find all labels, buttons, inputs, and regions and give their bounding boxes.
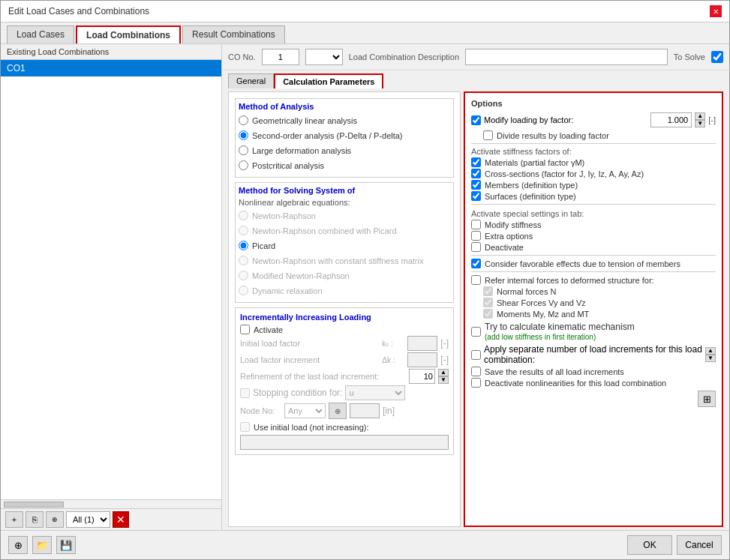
tab-result-combinations[interactable]: Result Combinations <box>182 25 285 43</box>
dynamic-relaxation-radio[interactable] <box>239 286 248 295</box>
materials-checkbox[interactable] <box>471 157 481 167</box>
modify-stiffness-checkbox[interactable] <box>471 220 481 229</box>
modify-down-btn[interactable]: ▼ <box>695 120 705 127</box>
activate-label: Activate <box>254 325 283 334</box>
deactivate-option: Deactivate <box>471 242 716 252</box>
moments-checkbox[interactable] <box>483 309 493 319</box>
picard-radio[interactable] <box>239 241 248 250</box>
geometrically-linear-radio[interactable] <box>239 115 248 125</box>
load-factor-input[interactable] <box>407 352 437 367</box>
members-label: Members (definition type) <box>485 181 578 190</box>
nonlinear-title: Nonlinear algebraic equations: <box>239 198 450 207</box>
main-content: Existing Load Combinations CO1 + ⎘ ⊕ All… <box>1 44 729 530</box>
divide-option: Divide results by loading factor <box>483 130 716 140</box>
cross-sections-checkbox[interactable] <box>471 169 481 178</box>
refer-option: Refer internal forces to deformed struct… <box>471 275 716 285</box>
horizontal-scrollbar[interactable] <box>4 502 64 508</box>
refinement-input[interactable] <box>409 369 435 384</box>
extra-options-option: Extra options <box>471 231 716 241</box>
apply-separate-checkbox[interactable] <box>471 350 481 360</box>
refinement-down-btn[interactable]: ▼ <box>438 376 449 384</box>
refinement-label: Refinement of the last load increment: <box>240 372 406 381</box>
modified-newton-radio[interactable] <box>239 271 248 280</box>
load-factor-symbol: Δk : <box>382 356 404 364</box>
apply-up-btn[interactable]: ▲ <box>705 347 716 355</box>
bottom-btn-3[interactable]: 💾 <box>56 536 76 554</box>
deactivate-nonlinearities-checkbox[interactable] <box>471 378 481 388</box>
main-window: Edit Load Cases and Combinations ✕ Load … <box>0 0 730 560</box>
load-factor-row: Load factor increment Δk : [-] <box>240 352 449 367</box>
divide-checkbox[interactable] <box>483 130 493 140</box>
moments-option: Moments My, Mz and MT <box>483 309 716 319</box>
stopping-checkbox[interactable] <box>240 388 250 398</box>
ok-button[interactable]: OK <box>627 535 672 555</box>
list-item[interactable]: CO1 <box>1 60 221 76</box>
use-initial-checkbox[interactable] <box>240 422 250 432</box>
node-pick-btn[interactable]: ⊕ <box>329 403 347 419</box>
bottom-btn-1[interactable]: ⊕ <box>8 536 28 554</box>
ref-button[interactable]: ⊕ <box>46 511 64 528</box>
description-label: Load Combination Description <box>349 52 459 61</box>
modify-up-btn[interactable]: ▲ <box>695 112 705 120</box>
export-button[interactable]: ⊞ <box>698 391 716 407</box>
apply-down-btn[interactable]: ▼ <box>705 355 716 362</box>
co-header: CO No. 1 Load Combination Description To… <box>222 44 729 70</box>
filter-select[interactable]: All (1) <box>66 511 110 528</box>
kinematic-checkbox[interactable] <box>471 327 481 337</box>
delete-button[interactable]: ✕ <box>113 511 129 528</box>
surfaces-checkbox[interactable] <box>471 191 481 201</box>
deactivate-checkbox[interactable] <box>471 242 481 252</box>
close-button[interactable]: ✕ <box>710 5 722 17</box>
node-select[interactable]: Any <box>284 403 326 418</box>
newton-picard-radio[interactable] <box>239 226 248 235</box>
co-number-input[interactable]: 1 <box>262 49 299 65</box>
radio-newton-raphson: Newton-Raphson <box>239 209 450 222</box>
description-input[interactable] <box>465 49 668 65</box>
postcritical-radio[interactable] <box>239 160 248 170</box>
co-type-select[interactable] <box>305 49 343 65</box>
load-factor-unit: [-] <box>440 355 449 365</box>
normal-forces-checkbox[interactable] <box>483 286 493 296</box>
node-row: Node No: Any ⊕ [in] <box>240 403 449 419</box>
cancel-button[interactable]: Cancel <box>677 535 722 555</box>
kinematic-label: Try to calculate kinematic mechanism (ad… <box>485 322 635 341</box>
tab-general[interactable]: General <box>228 73 274 88</box>
activate-checkbox[interactable] <box>240 325 250 334</box>
members-checkbox[interactable] <box>471 180 481 190</box>
tab-load-combinations[interactable]: Load Combinations <box>76 25 181 43</box>
add-button[interactable]: + <box>5 511 23 528</box>
radio-second-order: Second-order analysis (P-Delta / P-delta… <box>239 129 450 142</box>
geometrically-linear-label: Geometrically linear analysis <box>252 116 357 125</box>
large-deformation-radio[interactable] <box>239 145 248 155</box>
radio-geometrically-linear: Geometrically linear analysis <box>239 114 450 127</box>
radio-picard: Picard <box>239 239 450 252</box>
newton-raphson-radio[interactable] <box>239 211 248 220</box>
node-value-input[interactable] <box>350 403 380 418</box>
modify-checkbox[interactable] <box>471 115 481 125</box>
second-order-label: Second-order analysis (P-Delta / P-delta… <box>252 131 403 140</box>
tab-calculation-parameters[interactable]: Calculation Parameters <box>274 73 383 88</box>
modify-label: Modify loading by factor: <box>484 115 647 124</box>
save-results-checkbox[interactable] <box>471 367 481 376</box>
refinement-row: Refinement of the last load increment: ▲… <box>240 369 449 384</box>
copy-button[interactable]: ⎘ <box>26 511 44 528</box>
radio-modified-newton: Modified Newton-Raphson <box>239 269 450 282</box>
refer-checkbox[interactable] <box>471 275 481 285</box>
constant-stiffness-radio[interactable] <box>239 256 248 265</box>
kinematic-option: Try to calculate kinematic mechanism (ad… <box>471 322 716 341</box>
modify-value-input[interactable] <box>650 112 692 127</box>
right-panel: CO No. 1 Load Combination Description To… <box>222 44 729 530</box>
refinement-up-btn[interactable]: ▲ <box>438 369 449 376</box>
tab-load-cases[interactable]: Load Cases <box>7 25 74 43</box>
bottom-btn-2[interactable]: 📁 <box>32 536 52 554</box>
stopping-select[interactable]: u <box>345 385 405 400</box>
extra-options-checkbox[interactable] <box>471 231 481 241</box>
shear-forces-checkbox[interactable] <box>483 298 493 307</box>
deactivate-nonlinearities-label: Deactivate nonlinearities for this load … <box>485 379 666 388</box>
existing-combinations-header: Existing Load Combinations <box>1 44 221 60</box>
to-solve-checkbox[interactable] <box>711 51 723 63</box>
second-order-radio[interactable] <box>239 130 248 140</box>
use-initial-input[interactable] <box>240 435 449 450</box>
consider-checkbox[interactable] <box>471 259 481 268</box>
initial-load-input[interactable] <box>407 336 437 351</box>
